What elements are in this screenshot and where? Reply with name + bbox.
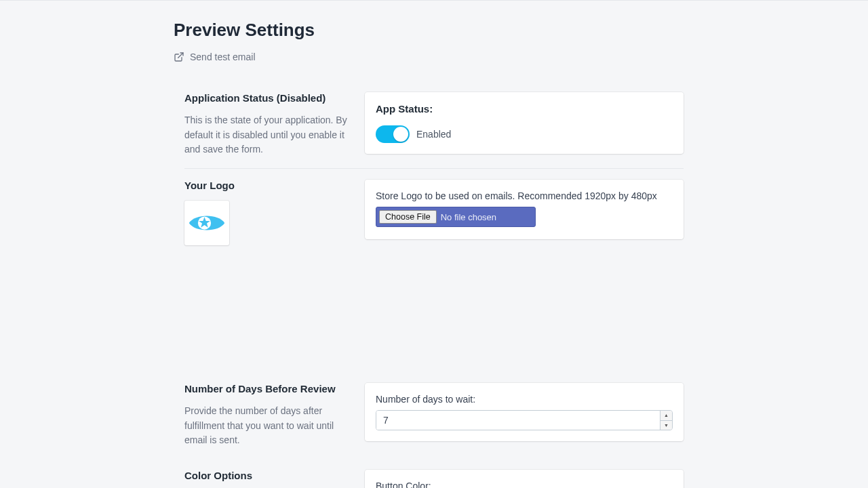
days-description: Provide the number of days after fulfill… [184, 404, 351, 448]
status-heading: Application Status (Disabled) [184, 92, 351, 104]
days-number-input[interactable] [376, 411, 660, 430]
logo-card: Store Logo to be used on emails. Recomme… [365, 180, 684, 239]
send-test-email-link[interactable]: Send test email [174, 52, 256, 62]
settings-container: Preview Settings Send test email Applica… [174, 1, 694, 488]
logo-file-input[interactable]: Choose File No file chosen [376, 207, 536, 227]
days-number-input-wrap: ▲ ▼ [376, 410, 673, 430]
logo-upload-label: Store Logo to be used on emails. Recomme… [376, 190, 673, 201]
app-status-toggle[interactable] [376, 125, 410, 143]
logo-thumbnail [184, 201, 229, 245]
status-card: App Status: Enabled [365, 92, 684, 154]
app-status-state: Enabled [416, 129, 451, 140]
section-logo: Your Logo Store Logo to be used on email… [174, 169, 694, 372]
logo-heading: Your Logo [184, 180, 351, 191]
days-heading: Number of Days Before Review [184, 383, 351, 394]
section-application-status: Application Status (Disabled) This is th… [174, 81, 694, 168]
days-step-up[interactable]: ▲ [660, 411, 672, 420]
section-days: Number of Days Before Review Provide the… [174, 372, 694, 459]
days-input-label: Number of days to wait: [376, 394, 673, 405]
send-test-email-label: Send test email [190, 52, 256, 62]
section-color: Color Options Choose the color for the b… [174, 459, 694, 488]
days-step-down[interactable]: ▼ [660, 420, 672, 430]
color-heading: Color Options [184, 470, 351, 481]
choose-file-button[interactable]: Choose File [379, 210, 437, 224]
color-card: Button Color: Button Border Color: [365, 470, 684, 488]
page-title: Preview Settings [174, 20, 694, 41]
svg-line-0 [178, 53, 183, 58]
app-status-label: App Status: [376, 103, 673, 115]
eye-star-icon [188, 211, 226, 235]
external-link-icon [174, 52, 184, 62]
status-description: This is the state of your application. B… [184, 113, 351, 157]
days-card: Number of days to wait: ▲ ▼ [365, 383, 684, 441]
button-color-label: Button Color: [376, 481, 673, 488]
file-chosen-text: No file chosen [441, 212, 496, 222]
